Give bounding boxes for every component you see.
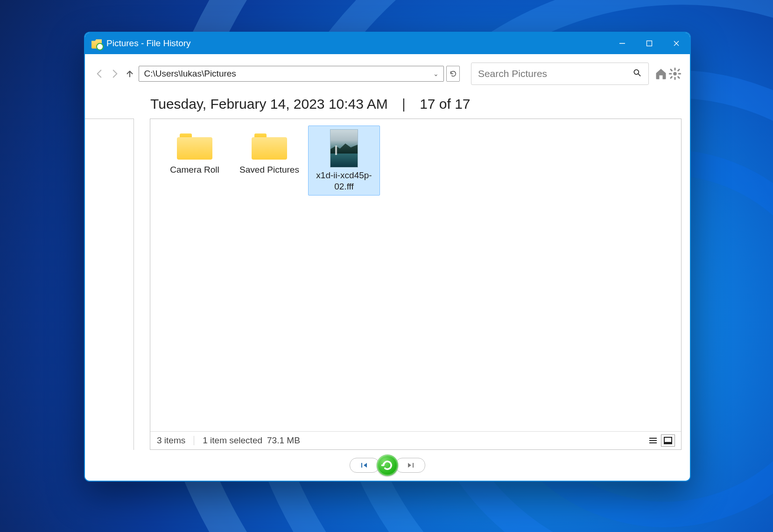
folder-item[interactable]: Saved Pictures [233,126,305,196]
svg-point-6 [673,72,676,75]
search-box[interactable]: Search Pictures [471,63,649,85]
window-title: Pictures - File History [106,38,191,49]
folder-icon [174,129,215,162]
version-timestamp: Tuesday, February 14, 2023 10:43 AM [150,96,388,112]
svg-point-4 [634,70,639,74]
up-button[interactable] [124,67,136,81]
address-bar[interactable]: C:\Users\lukas\Pictures ⌄ [139,66,444,82]
maximize-button[interactable] [636,33,663,54]
svg-rect-13 [413,463,414,468]
next-version-button[interactable] [395,458,425,473]
image-thumbnail-icon [323,129,365,168]
svg-line-5 [639,74,640,76]
forward-button[interactable] [108,67,120,81]
minimize-button[interactable] [609,33,636,54]
svg-rect-11 [664,442,672,444]
home-button[interactable] [654,67,668,80]
item-count: 3 items [157,435,185,446]
settings-button[interactable] [668,67,682,80]
details-view-button[interactable] [647,435,660,446]
search-placeholder: Search Pictures [478,68,632,79]
svg-rect-12 [361,463,362,468]
status-bar: 3 items 1 item selected 73.1 MB [150,431,681,449]
selection-count: 1 item selected [203,435,262,446]
thumbnails-view-button[interactable] [661,435,675,446]
folder-item[interactable]: Camera Roll [159,126,231,196]
icon-grid[interactable]: Camera RollSaved Picturesx1d-ii-xcd45p-0… [150,119,681,431]
file-history-icon [91,38,102,49]
history-controls [85,450,690,481]
version-heading: Tuesday, February 14, 2023 10:43 AM | 17… [85,87,690,119]
restore-button[interactable] [377,455,398,476]
folder-icon [249,129,290,162]
search-icon [632,68,642,80]
address-path: C:\Users\lukas\Pictures [144,69,431,79]
address-dropdown-icon[interactable]: ⌄ [431,70,441,77]
navigation-toolbar: C:\Users\lukas\Pictures ⌄ Search Picture… [85,54,690,87]
item-label: Saved Pictures [239,164,299,175]
previous-version-button[interactable] [350,458,379,473]
folder-view: Camera RollSaved Picturesx1d-ii-xcd45p-0… [150,119,682,450]
file-history-window: Pictures - File History C:\Users\lukas\P… [84,32,691,482]
selection-size: 73.1 MB [267,435,300,446]
svg-rect-1 [647,41,652,46]
navigation-pane[interactable] [85,119,134,450]
refresh-button[interactable] [446,66,459,82]
file-item[interactable]: x1d-ii-xcd45p-02.fff [308,126,380,196]
item-label: Camera Roll [170,164,219,175]
back-button[interactable] [93,67,105,81]
close-button[interactable] [663,33,690,54]
version-position: 17 of 17 [420,96,470,112]
title-bar[interactable]: Pictures - File History [85,33,690,54]
item-label: x1d-ii-xcd45p-02.fff [310,170,378,192]
